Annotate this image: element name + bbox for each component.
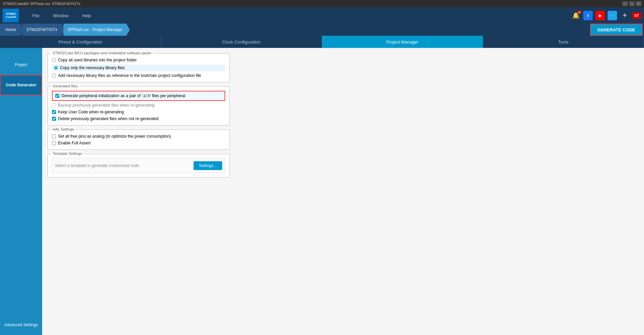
- content-area: STM32Cube MCU packages and embedded soft…: [42, 48, 644, 335]
- template-row: Select a template to generate customized…: [52, 158, 225, 173]
- sidebar-item-code-generator[interactable]: Code Generator: [0, 75, 42, 95]
- radio-copy-all[interactable]: Copy all used libraries into the project…: [52, 58, 225, 62]
- tabbar: Pinout & Configuration Clock Configurati…: [0, 36, 644, 48]
- menu-file[interactable]: File: [26, 7, 46, 24]
- main-layout: Project Code Generator Advanced Settings…: [0, 48, 644, 335]
- checkbox-analog-pins[interactable]: Set all free pins as analog (to optimize…: [52, 134, 225, 139]
- radio-add-reference[interactable]: Add necessary library files as reference…: [52, 73, 225, 78]
- template-placeholder: Select a template to generate customized…: [55, 163, 139, 168]
- checkbox-full-assert[interactable]: Enable Full Assert: [52, 141, 225, 145]
- stm32cube-section: STM32Cube MCU packages and embedded soft…: [48, 53, 230, 82]
- tab-project-manager[interactable]: Project Manager: [322, 36, 483, 48]
- logo: STM32 CubeMX: [3, 9, 19, 22]
- tab-clock[interactable]: Clock Configuration: [161, 36, 322, 48]
- template-settings-legend: Template Settings: [51, 151, 83, 156]
- network-icon[interactable]: ✦: [620, 11, 629, 20]
- twitter-icon[interactable]: 🐦: [608, 11, 617, 20]
- crumb-device[interactable]: STM32F407IGTx: [22, 24, 65, 36]
- generated-files-section: Generated files Generate peripheral init…: [48, 86, 230, 125]
- stm32cube-options: Copy all used libraries into the project…: [52, 58, 225, 78]
- sidebar: Project Code Generator Advanced Settings: [0, 48, 42, 335]
- logo-line2: CubeMX: [5, 16, 16, 19]
- facebook-icon[interactable]: f: [583, 11, 593, 20]
- generated-files-options: Generate peripheral initialization as a …: [52, 91, 225, 121]
- notifications-icon[interactable]: 🔔 10: [571, 11, 581, 20]
- breadcrumb: Home STM32F407IGTx SPFlash.ioc - Project…: [0, 24, 644, 36]
- checkbox-peripheral-init[interactable]: Generate peripheral initialization as a …: [52, 91, 225, 101]
- social-icons: 🔔 10 f ▶ 🐦 ✦ ST: [571, 11, 641, 20]
- logo-box: STM32 CubeMX: [3, 9, 19, 22]
- checkbox-delete-generated[interactable]: Delete previously generated files when n…: [52, 116, 225, 121]
- template-settings-section: Template Settings Select a template to g…: [48, 154, 230, 177]
- stm32cube-legend: STM32Cube MCU packages and embedded soft…: [51, 51, 153, 55]
- crumb-home[interactable]: Home: [0, 24, 24, 36]
- menubar: STM32 CubeMX File Window Help 🔔 10 f ▶ 🐦…: [0, 7, 644, 24]
- minimize-button[interactable]: —: [622, 1, 628, 6]
- crumb-project[interactable]: SPFlash.ioc - Project Manager: [63, 24, 130, 36]
- checkbox-keep-user-code[interactable]: Keep User Code when re-generating: [52, 110, 225, 114]
- titlebar: STM32CubeMX SPFlash.ioc: STM32F407IGTx —…: [0, 0, 644, 7]
- template-settings-button[interactable]: Settings...: [194, 161, 222, 170]
- menu-help[interactable]: Help: [75, 7, 98, 24]
- hal-settings-legend: HAL Settings: [51, 127, 76, 131]
- checkbox-backup[interactable]: Backup previously generated files when r…: [52, 103, 225, 108]
- hal-settings-section: HAL Settings Set all free pins as analog…: [48, 130, 230, 150]
- maximize-button[interactable]: □: [629, 1, 635, 6]
- youtube-icon[interactable]: ▶: [595, 11, 605, 20]
- hal-settings-options: Set all free pins as analog (to optimize…: [52, 134, 225, 145]
- generated-files-legend: Generated files: [51, 84, 79, 88]
- st-icon[interactable]: ST: [632, 12, 641, 19]
- generate-code-button[interactable]: GENERATE CODE: [590, 24, 643, 36]
- sidebar-item-advanced-settings[interactable]: Advanced Settings: [0, 315, 42, 335]
- titlebar-title: STM32CubeMX SPFlash.ioc: STM32F407IGTx: [3, 2, 80, 6]
- window-controls: — □ ✕: [622, 1, 641, 6]
- tab-tools[interactable]: Tools: [483, 36, 644, 48]
- menu-items: File Window Help: [26, 7, 571, 24]
- menu-window[interactable]: Window: [46, 7, 75, 24]
- radio-copy-necessary[interactable]: Copy only the necessary library files: [52, 64, 225, 71]
- close-button[interactable]: ✕: [636, 1, 641, 6]
- sidebar-item-project[interactable]: Project: [0, 55, 42, 75]
- tab-pinout[interactable]: Pinout & Configuration: [0, 36, 161, 48]
